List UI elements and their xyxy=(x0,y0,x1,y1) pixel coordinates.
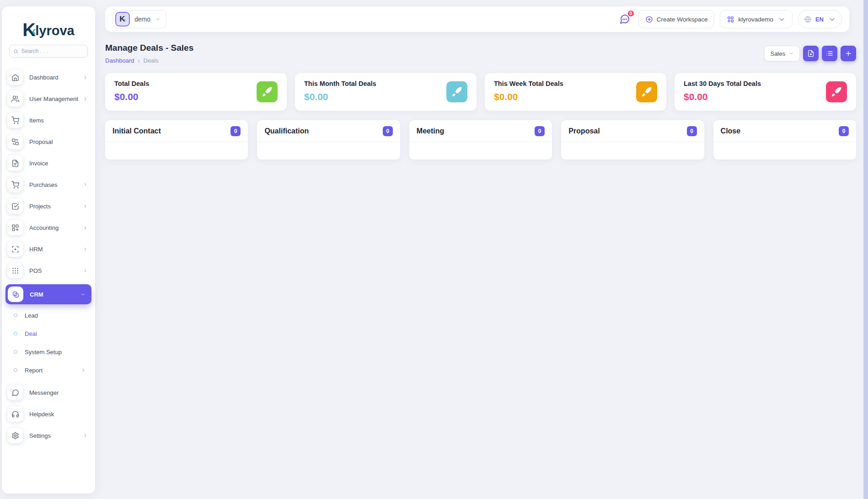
scan-target-icon xyxy=(7,241,23,257)
sidebar-item-dashboard[interactable]: Dashboard xyxy=(7,69,90,85)
stat-label: Last 30 Days Total Deals xyxy=(684,80,847,87)
kanban-column-initial-contact: Initial Contact 0 xyxy=(105,120,248,159)
sidebar-item-accounting[interactable]: Accounting xyxy=(7,220,90,235)
sidebar-item-label: Dashboard xyxy=(29,74,83,81)
kanban-column-meeting: Meeting 0 xyxy=(409,120,552,159)
account-selector[interactable]: klyrovademo xyxy=(720,10,793,28)
pipeline-select-value: Sales xyxy=(770,50,785,57)
stat-value: $0.00 xyxy=(114,91,278,102)
sidebar-subitem-label: Report xyxy=(25,367,74,374)
grid-dots-icon xyxy=(7,263,23,278)
sidebar-subitem-deal[interactable]: Deal xyxy=(14,329,90,338)
stat-label: This Week Total Deals xyxy=(494,80,657,87)
invoice-file-icon xyxy=(7,155,23,171)
sidebar-item-proposal[interactable]: Proposal xyxy=(7,134,90,149)
sidebar-item-hrm[interactable]: HRM xyxy=(7,241,90,257)
sidebar-subitem-lead[interactable]: Lead xyxy=(14,311,90,320)
sidebar-item-label: Purchases xyxy=(29,181,83,188)
add-deal-button[interactable] xyxy=(841,46,856,61)
deal-count-badge: 0 xyxy=(230,126,241,136)
check-square-icon xyxy=(7,198,23,214)
list-view-button[interactable] xyxy=(822,46,837,61)
deal-count-badge: 0 xyxy=(839,126,849,136)
breadcrumb-dashboard-link[interactable]: Dashboard xyxy=(105,57,134,64)
kanban-column-title: Close xyxy=(721,127,741,135)
chevron-right-icon xyxy=(83,225,88,230)
sidebar-item-label: HRM xyxy=(29,246,83,253)
brand-logo[interactable]: K ‹ lyrova xyxy=(2,14,95,37)
chevron-down-icon xyxy=(828,16,836,23)
deal-count-badge: 0 xyxy=(383,126,393,136)
sidebar-subitem-report[interactable]: Report xyxy=(14,366,90,375)
cart-icon xyxy=(7,112,23,128)
sidebar-item-label: Helpdesk xyxy=(29,411,90,418)
rocket-icon xyxy=(636,81,657,102)
page-title: Manage Deals - Sales xyxy=(105,43,193,53)
sidebar-subitem-label: Deal xyxy=(25,330,90,337)
circle-bullet-icon xyxy=(14,350,17,354)
kanban-column-title: Proposal xyxy=(568,127,600,135)
stats-row: Total Deals $0.00 This Month Total Deals… xyxy=(105,73,856,111)
create-workspace-label: Create Workspace xyxy=(657,16,708,23)
breadcrumb-current: Deals xyxy=(144,57,159,64)
chevron-down-icon xyxy=(155,16,161,22)
search-input[interactable] xyxy=(21,48,84,54)
brand-logo-text: lyrova xyxy=(35,25,74,37)
sidebar-nav-bottom: Messenger Helpdesk Settings xyxy=(2,385,95,443)
transfer-boxes-icon xyxy=(7,134,23,149)
kanban-column-body[interactable] xyxy=(409,142,552,159)
create-workspace-button[interactable]: Create Workspace xyxy=(638,10,715,28)
circle-bullet-icon xyxy=(14,313,17,317)
chevron-right-icon xyxy=(83,433,88,438)
sidebar-item-messenger[interactable]: Messenger xyxy=(7,385,90,400)
stat-label: This Month Total Deals xyxy=(304,80,467,87)
language-selector[interactable]: EN xyxy=(798,10,842,28)
stat-label: Total Deals xyxy=(114,80,278,87)
cart-icon xyxy=(7,177,23,192)
sidebar-nav: Dashboard User Management Items Proposal… xyxy=(2,69,95,304)
crm-boxes-icon xyxy=(8,287,23,302)
breadcrumb: Dashboard › Deals xyxy=(105,57,193,64)
kanban-column-body[interactable] xyxy=(105,142,248,159)
sidebar-item-invoice[interactable]: Invoice xyxy=(7,155,90,171)
pipeline-select[interactable]: Sales xyxy=(764,46,800,61)
stat-value: $0.00 xyxy=(494,91,657,102)
sidebar-item-crm[interactable]: CRM xyxy=(5,284,91,304)
plus-circle-icon xyxy=(645,16,653,23)
sidebar-item-label: Proposal xyxy=(29,138,90,145)
chevron-down-icon xyxy=(80,292,86,297)
stat-value: $0.00 xyxy=(684,91,847,102)
sidebar-item-label: CRM xyxy=(30,291,80,298)
sidebar-item-settings[interactable]: Settings xyxy=(7,428,90,443)
kanban-column-header: Qualification 0 xyxy=(257,120,400,142)
kanban-column-body[interactable] xyxy=(257,142,400,159)
export-button[interactable] xyxy=(803,46,819,61)
chevron-right-icon xyxy=(83,75,88,80)
sidebar-item-items[interactable]: Items xyxy=(7,112,90,128)
notifications-button[interactable]: 0 xyxy=(616,11,633,27)
stat-card-month-total-deals: This Month Total Deals $0.00 xyxy=(295,73,477,111)
language-code: EN xyxy=(815,16,824,23)
stat-card-total-deals: Total Deals $0.00 xyxy=(105,73,287,111)
sidebar-item-helpdesk[interactable]: Helpdesk xyxy=(7,406,90,422)
sidebar-item-label: Projects xyxy=(29,203,83,210)
kanban-column-header: Close 0 xyxy=(713,120,856,142)
sidebar-item-label: Messenger xyxy=(29,389,90,396)
kanban-column-body[interactable] xyxy=(561,142,704,159)
sidebar-item-label: POS xyxy=(29,267,83,274)
sidebar-item-user-management[interactable]: User Management xyxy=(7,91,90,106)
sidebar-item-projects[interactable]: Projects xyxy=(7,198,90,214)
avatar-chevron: ‹ xyxy=(123,16,125,23)
sidebar-item-purchases[interactable]: Purchases xyxy=(7,177,90,192)
sidebar-subitem-system-setup[interactable]: System Setup xyxy=(14,347,90,356)
chevron-right-icon xyxy=(83,182,88,187)
export-icon xyxy=(807,50,814,57)
workspace-avatar: K ‹ xyxy=(115,12,130,27)
account-name: klyrovademo xyxy=(738,16,773,23)
kanban-column-body[interactable] xyxy=(713,142,856,159)
page-scrollbar[interactable] xyxy=(863,0,868,499)
workspace-selector[interactable]: K ‹ demo xyxy=(113,10,166,28)
sidebar-item-pos[interactable]: POS xyxy=(7,263,90,278)
rocket-icon xyxy=(826,81,847,102)
kanban-column-close: Close 0 xyxy=(713,120,856,159)
